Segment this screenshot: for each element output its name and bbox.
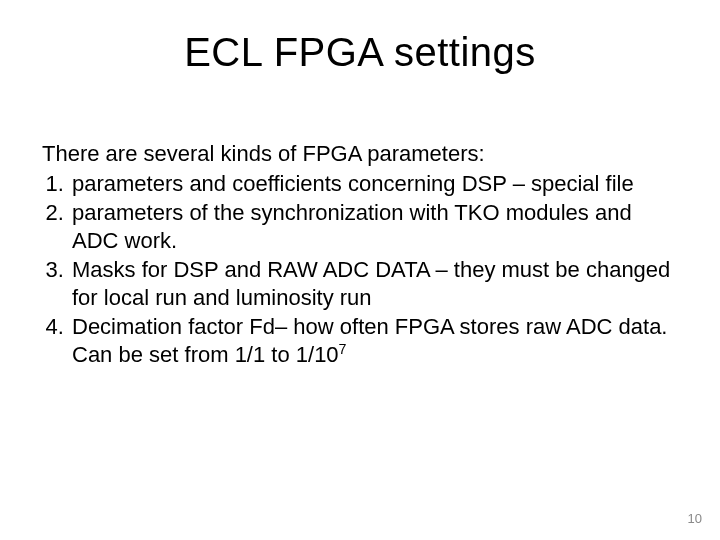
slide: ECL FPGA settings There are several kind…	[0, 0, 720, 540]
list-item: Decimation factor Fd– how often FPGA sto…	[70, 313, 678, 368]
list-item-text: parameters and coefficients concerning D…	[72, 171, 634, 196]
slide-title: ECL FPGA settings	[0, 30, 720, 75]
list-item: parameters of the synchronization with T…	[70, 199, 678, 254]
page-number: 10	[688, 511, 702, 526]
parameter-list: parameters and coefficients concerning D…	[42, 170, 678, 369]
slide-body: There are several kinds of FPGA paramete…	[42, 140, 678, 370]
list-item-text: Masks for DSP and RAW ADC DATA – they mu…	[72, 257, 670, 310]
list-item: Masks for DSP and RAW ADC DATA – they mu…	[70, 256, 678, 311]
superscript: 7	[339, 340, 347, 356]
list-item-text: Decimation factor Fd– how often FPGA sto…	[72, 314, 667, 367]
list-item-text: parameters of the synchronization with T…	[72, 200, 632, 253]
intro-text: There are several kinds of FPGA paramete…	[42, 140, 678, 168]
list-item: parameters and coefficients concerning D…	[70, 170, 678, 198]
